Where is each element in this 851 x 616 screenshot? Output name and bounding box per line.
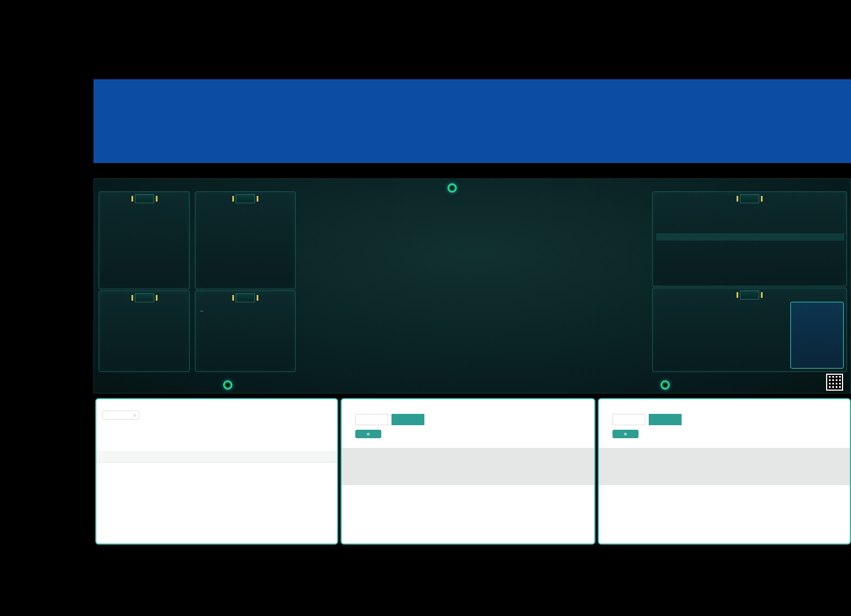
- footer-logo-icon: [223, 380, 232, 390]
- support-logo-icon: [661, 380, 670, 390]
- slide-page: —: [0, 0, 851, 616]
- factory-3d-visualization: [298, 224, 652, 378]
- panel-process-emissions: [99, 290, 190, 372]
- inventory-table-header: [96, 451, 338, 463]
- overlay-shade: [342, 448, 594, 485]
- overlay-shade: [599, 448, 850, 485]
- market-price-card: [790, 302, 844, 369]
- year-select[interactable]: ∨: [102, 410, 139, 420]
- panel-title: [740, 290, 759, 300]
- panel-title: [236, 293, 255, 302]
- market-table-header: [656, 233, 844, 241]
- tab-news-base[interactable]: [392, 414, 424, 425]
- brand-logo-icon: [448, 183, 457, 192]
- market-trend-chart: [655, 310, 788, 370]
- feature-banner: [93, 79, 851, 163]
- trend-area-chart: [198, 313, 294, 370]
- target-gauge: [201, 209, 291, 266]
- panel-title: [236, 194, 255, 203]
- tab-knowledge-base[interactable]: [355, 414, 388, 425]
- panel-market-overview: [652, 191, 847, 286]
- inventory-table-body: [96, 463, 338, 545]
- add-button[interactable]: ⊕: [355, 430, 381, 438]
- panel-emission-overview: [99, 191, 190, 289]
- qr-code: [826, 374, 843, 391]
- policy-screenshot: ⊕: [341, 398, 595, 545]
- market-data-screenshot: ⊕: [598, 398, 851, 545]
- panel-title: [135, 194, 154, 203]
- emission-bar-chart: [103, 215, 188, 287]
- inventory-screenshot: ∨: [95, 398, 338, 545]
- tab-knowledge-base[interactable]: [612, 414, 645, 425]
- panel-yearly-trend: —: [195, 290, 296, 372]
- dashboard-screenshot: —: [93, 178, 851, 393]
- add-button[interactable]: ⊕: [612, 430, 639, 438]
- panel-market-trend: [652, 288, 847, 372]
- tab-news-base[interactable]: [649, 414, 682, 425]
- panel-title: [740, 194, 759, 203]
- panel-annual-target: [195, 191, 296, 289]
- panel-title: [135, 293, 154, 302]
